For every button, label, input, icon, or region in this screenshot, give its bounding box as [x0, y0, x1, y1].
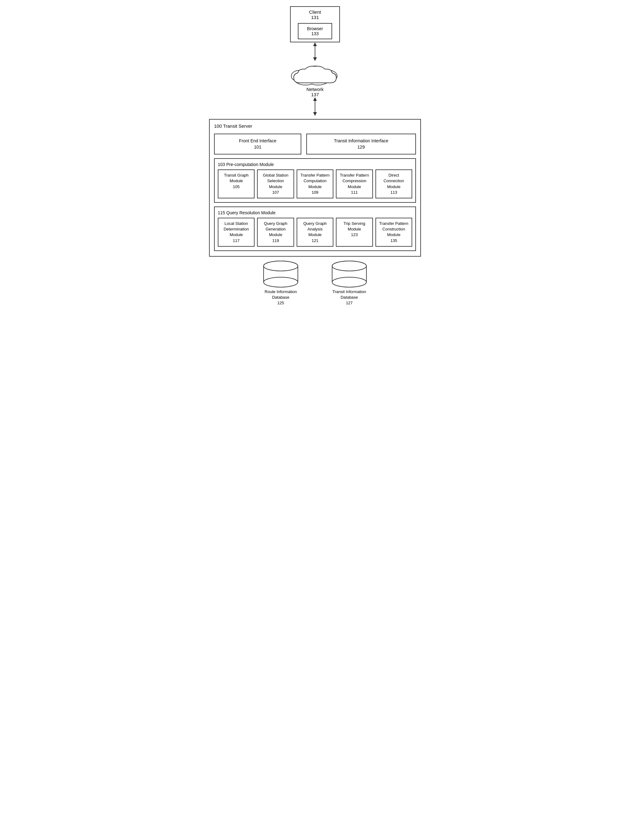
route-db: Route Information Database 125: [256, 260, 306, 306]
svg-point-27: [332, 261, 366, 271]
transit-server-box: 100 Transit Server Front End Interface 1…: [209, 119, 421, 257]
svg-point-21: [264, 261, 298, 271]
query-resolution-modules-row: Local Station Determination Module117 Qu…: [218, 218, 412, 247]
transit-db-label: Transit Information Database 127: [324, 289, 374, 306]
module-transfer-computation: Transfer Pattern Computation Module109: [297, 169, 333, 198]
svg-point-20: [264, 277, 298, 287]
svg-marker-13: [313, 97, 317, 101]
module-local-station: Local Station Determination Module117: [218, 218, 255, 247]
svg-marker-15: [313, 112, 317, 116]
query-resolution-label: 115 Query Resolution Module: [218, 210, 412, 215]
diagram: Client 131 Browser 133: [206, 6, 424, 309]
client-label: Client 131: [309, 9, 321, 20]
module-trip-serving: Trip Serving Module123: [336, 218, 373, 247]
top-interfaces-row: Front End Interface 101 Transit Informat…: [214, 134, 416, 155]
browser-box: Browser 133: [298, 23, 332, 39]
module-direct-connection: Direct Connection Module113: [375, 169, 412, 198]
arrow-client-network: [312, 43, 318, 61]
transit-db-icon: [329, 260, 369, 288]
cloud-svg: [281, 61, 349, 86]
svg-point-26: [332, 277, 366, 287]
transit-db: Transit Information Database 127: [324, 260, 374, 306]
front-end-interface-box: Front End Interface 101: [214, 134, 301, 155]
svg-marker-2: [313, 57, 317, 61]
network-cloud: Network 137: [281, 61, 349, 97]
precomputation-modules-row: Transit Graph Module105 Global Station S…: [218, 169, 412, 198]
network-label: Network 137: [306, 87, 323, 97]
module-transit-graph: Transit Graph Module105: [218, 169, 255, 198]
transit-info-interface-box: Transit Information Interface 129: [306, 134, 416, 155]
precomputation-label: 103 Pre-computation Module: [218, 162, 412, 167]
client-box: Client 131 Browser 133: [290, 6, 340, 43]
module-global-station: Global Station Selection Module107: [257, 169, 294, 198]
module-transfer-compression: Transfer Pattern Compression Module111: [336, 169, 373, 198]
precomputation-box: 103 Pre-computation Module Transit Graph…: [214, 158, 416, 203]
databases-row: Route Information Database 125 Transit I…: [256, 260, 374, 309]
module-query-graph-analysis: Query Graph Analysis Module121: [297, 218, 333, 247]
query-resolution-box: 115 Query Resolution Module Local Statio…: [214, 207, 416, 251]
route-db-label: Route Information Database 125: [256, 289, 306, 306]
module-transfer-construction: Transfer Pattern Construction Module135: [375, 218, 412, 247]
route-db-icon: [261, 260, 301, 288]
transit-server-label: 100 Transit Server: [214, 123, 416, 129]
module-query-graph-gen: Query Graph Generation Module119: [257, 218, 294, 247]
arrow-network-server: [312, 97, 318, 116]
svg-marker-0: [313, 43, 317, 46]
